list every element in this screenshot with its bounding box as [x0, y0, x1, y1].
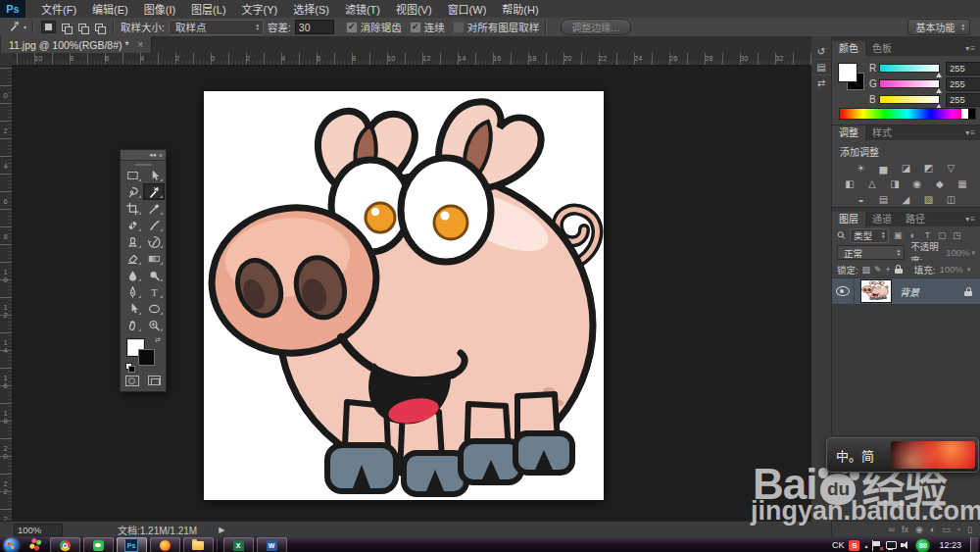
tool-hand[interactable]	[122, 317, 143, 333]
taskbar-app-photoshop[interactable]: Ps	[117, 537, 147, 552]
start-button[interactable]	[4, 538, 19, 552]
refine-edge-button[interactable]: 调整边缘…	[561, 19, 631, 35]
red-value[interactable]: 255	[946, 62, 980, 75]
sample-size-dropdown[interactable]: 取样点 ▲▼	[169, 20, 264, 35]
visibility-cell[interactable]	[832, 278, 855, 304]
subtract-selection-mode-button[interactable]	[74, 21, 89, 33]
green-slider[interactable]	[879, 79, 940, 88]
opacity-value[interactable]: 100%	[946, 247, 969, 258]
contiguous-label[interactable]: 连续	[424, 20, 445, 34]
network-icon[interactable]	[886, 541, 896, 550]
tab-layers[interactable]: 图层	[832, 212, 865, 226]
green-value[interactable]: 255	[946, 77, 980, 91]
tool-brush[interactable]	[143, 217, 165, 233]
tools-panel-header[interactable]: ◂◂ ×	[121, 150, 166, 161]
ime-indicator[interactable]: CK	[832, 540, 845, 550]
tool-clone-stamp[interactable]	[122, 233, 143, 250]
adjustment-photo-filter-icon[interactable]: ◉	[909, 177, 925, 189]
adjustment-gradient-map-icon[interactable]: ▨	[920, 193, 936, 205]
layer-name[interactable]: 背景	[900, 284, 919, 299]
menu-item[interactable]: 图层(L)	[183, 4, 233, 16]
layer-row-background[interactable]: 背景	[832, 277, 980, 305]
adjustment-black-white-icon[interactable]: ◨	[887, 177, 903, 189]
tool-history-brush[interactable]	[143, 233, 165, 250]
filter-pixel-icon[interactable]: ▣	[892, 230, 904, 240]
zoom-level-input[interactable]: 100%	[14, 524, 63, 536]
adjustment-threshold-icon[interactable]: ◢	[898, 193, 913, 205]
adjustment-brightness-contrast-icon[interactable]: ☀	[853, 162, 868, 174]
tool-eraser[interactable]	[122, 250, 143, 267]
adjustment-curves-icon[interactable]: ◪	[898, 162, 913, 174]
sample-all-layers-checkbox[interactable]	[453, 22, 465, 33]
taskbar-app-flower[interactable]	[28, 537, 43, 552]
new-selection-mode-button[interactable]	[41, 21, 56, 33]
taskbar-app-word[interactable]: W	[257, 537, 287, 552]
tool-move[interactable]	[143, 167, 165, 183]
red-slider[interactable]	[879, 64, 940, 73]
current-tool-icon[interactable]: ▾	[8, 20, 26, 34]
layer-thumbnail[interactable]	[860, 279, 892, 303]
tab-swatches[interactable]: 色板	[865, 41, 899, 56]
sample-all-layers-label[interactable]: 对所有图层取样	[467, 20, 540, 34]
menu-item[interactable]: 窗口(W)	[440, 4, 495, 16]
menu-item[interactable]: 文件(F)	[33, 4, 84, 16]
ime-bar[interactable]: 中。简	[826, 437, 979, 473]
sogou-icon[interactable]: S	[849, 540, 859, 551]
tab-styles[interactable]: 样式	[865, 125, 899, 140]
taskbar-app-chrome[interactable]	[50, 537, 80, 552]
foreground-color-swatch[interactable]	[839, 64, 857, 81]
blue-slider[interactable]	[879, 95, 940, 104]
close-icon[interactable]: ×	[138, 39, 144, 50]
menu-item[interactable]: 编辑(E)	[84, 4, 136, 16]
tolerance-input[interactable]	[295, 20, 334, 34]
tool-presets-icon[interactable]: ▤	[811, 59, 831, 75]
close-icon[interactable]: ×	[159, 152, 163, 159]
history-icon[interactable]: ↺	[811, 44, 831, 59]
adjustment-color-lookup-icon[interactable]: ▦	[955, 177, 970, 189]
horizontal-ruler[interactable]: 10864202468101214161820222426283032	[12, 53, 811, 66]
vertical-ruler[interactable]: 2024681012141618202224	[0, 65, 13, 521]
adjustment-vibrance-icon[interactable]: ▽	[943, 162, 958, 174]
ime-mode-text[interactable]: 中。简	[827, 446, 874, 465]
drag-grip[interactable]	[134, 164, 152, 166]
tool-zoom[interactable]	[143, 317, 165, 333]
tool-dodge[interactable]	[143, 267, 165, 283]
taskbar-app-firefox[interactable]	[150, 537, 180, 552]
lock-transparency-icon[interactable]: ▨	[862, 265, 871, 275]
anti-alias-checkbox[interactable]: ✓	[346, 22, 358, 33]
contiguous-checkbox[interactable]: ✓	[410, 22, 421, 33]
filter-kind-dropdown[interactable]: 类型 ▲▼	[850, 228, 889, 243]
action-center-flag-icon[interactable]: ×	[872, 540, 881, 551]
adjustment-invert-icon[interactable]: ◒	[853, 193, 868, 205]
swap-colors-icon[interactable]: ⇄	[155, 336, 161, 344]
taskbar-app-excel[interactable]: X	[223, 537, 254, 552]
adjustment-posterize-icon[interactable]: ▤	[875, 193, 891, 205]
canvas[interactable]	[204, 91, 604, 500]
collapse-icon[interactable]: ◂◂	[149, 151, 156, 159]
tab-adjustments[interactable]: 调整	[832, 125, 865, 140]
background-color-swatch[interactable]	[138, 349, 155, 366]
adjustment-exposure-icon[interactable]: ◩	[920, 162, 936, 174]
clock[interactable]: 12:23	[939, 540, 961, 550]
tool-lasso[interactable]	[122, 183, 143, 200]
adjustment-selective-color-icon[interactable]: ◫	[943, 193, 958, 205]
taskbar-app-messenger[interactable]	[83, 537, 114, 552]
status-options-arrow[interactable]: ▶	[219, 526, 224, 534]
screen-mode-button[interactable]	[148, 376, 161, 385]
intersect-selection-mode-button[interactable]	[91, 21, 106, 33]
tool-pen[interactable]	[122, 283, 143, 300]
anti-alias-label[interactable]: 消除锯齿	[361, 20, 402, 34]
tab-color[interactable]: 颜色	[832, 41, 865, 56]
menu-item[interactable]: 帮助(H)	[494, 4, 546, 16]
menu-item[interactable]: 滤镜(T)	[337, 4, 388, 16]
volume-icon[interactable]	[901, 540, 910, 550]
hidden-icons-chevron[interactable]: ▴	[864, 542, 867, 549]
fill-value[interactable]: 100%	[940, 264, 963, 275]
blue-value[interactable]: 255	[946, 93, 980, 107]
tool-rectangular-marquee[interactable]	[122, 167, 143, 183]
tool-path-selection[interactable]	[122, 300, 143, 317]
filter-smart-object-icon[interactable]: ◳	[951, 230, 962, 240]
tool-magic-wand[interactable]	[143, 183, 165, 200]
tab-channels[interactable]: 通道	[865, 212, 899, 226]
menu-item[interactable]: 图像(I)	[136, 4, 183, 16]
